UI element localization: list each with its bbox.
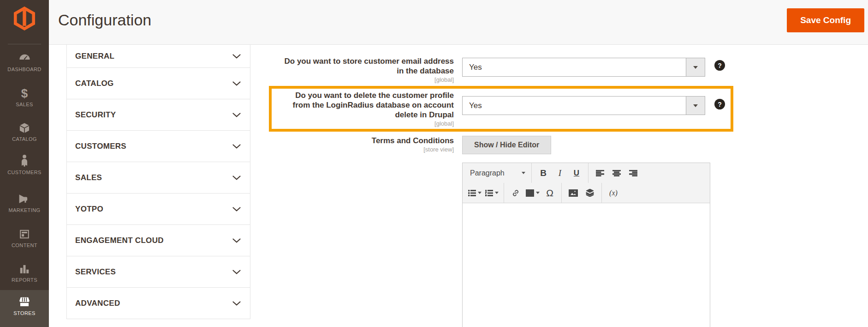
config-section-sales[interactable]: SALES — [67, 162, 250, 194]
dashboard-gauge-icon — [18, 52, 31, 64]
dollar-icon: $ — [21, 87, 28, 99]
bar-chart-icon — [18, 262, 30, 275]
chevron-down-icon — [232, 176, 241, 180]
page-header: Configuration Save Config — [49, 0, 868, 45]
align-center-button[interactable] — [608, 165, 625, 182]
numbered-list-icon — [485, 190, 493, 196]
sidebar-item-label: DASHBOARD — [7, 67, 41, 72]
magento-logo[interactable] — [12, 6, 37, 31]
caret-down-icon — [478, 192, 482, 194]
align-right-button[interactable] — [625, 165, 642, 182]
toolbar-row-1: Paragraph B I U — [463, 163, 710, 183]
caret-down-icon — [693, 104, 698, 107]
select-arrow — [686, 96, 705, 115]
toolbar-row-2: Ω (x) — [463, 183, 710, 203]
insert-widget-button[interactable] — [582, 185, 598, 201]
align-left-button[interactable] — [592, 165, 608, 182]
table-icon — [526, 189, 534, 197]
widget-icon — [586, 189, 594, 197]
sidebar-item-label: CATALOG — [12, 136, 37, 142]
sidebar-item-catalog[interactable]: CATALOG — [0, 119, 49, 145]
sidebar-item-stores[interactable]: STORES — [0, 290, 49, 327]
chevron-down-icon — [232, 207, 241, 212]
bullet-list-button[interactable] — [466, 185, 483, 201]
chevron-down-icon — [232, 54, 241, 59]
config-nav: GENERAL CATALOG SECURITY CUSTOMERS SALES… — [66, 45, 250, 319]
show-hide-editor-button[interactable]: Show / Hide Editor — [462, 136, 551, 154]
scope-note: [store view] — [258, 146, 454, 153]
sidebar-item-reports[interactable]: REPORTS — [0, 260, 49, 286]
sidebar-item-sales[interactable]: $ SALES — [0, 84, 49, 111]
page-title: Configuration — [58, 11, 151, 29]
select-delete-profile[interactable]: Yes — [462, 96, 705, 115]
config-section-customers[interactable]: CUSTOMERS — [67, 131, 250, 162]
paragraph-format-select[interactable]: Paragraph — [466, 165, 528, 182]
special-character-button[interactable]: Ω — [541, 185, 558, 201]
caret-down-icon — [495, 192, 499, 194]
select-store-email[interactable]: Yes — [462, 58, 705, 77]
bullet-list-icon — [468, 190, 476, 196]
config-section-engagement-cloud[interactable]: ENGAGEMENT CLOUD — [67, 225, 250, 256]
toolbar-separator — [531, 163, 532, 183]
underline-button[interactable]: U — [568, 165, 585, 182]
config-section-catalog[interactable]: CATALOG — [67, 68, 250, 99]
chevron-down-icon — [232, 301, 241, 306]
sidebar-item-label: CONTENT — [12, 242, 37, 248]
scope-note: [global] — [258, 76, 454, 83]
sidebar-item-label: SALES — [16, 102, 33, 107]
chevron-down-icon — [232, 270, 241, 274]
help-icon[interactable]: ? — [714, 60, 725, 71]
wysiwyg-editor: Paragraph B I U — [462, 163, 710, 327]
sidebar-item-content[interactable]: CONTENT — [0, 225, 49, 252]
sidebar-item-customers[interactable]: CUSTOMERS — [0, 152, 49, 179]
chevron-down-icon — [232, 144, 241, 149]
toolbar-separator — [561, 183, 562, 203]
sidebar-item-label: CUSTOMERS — [7, 170, 42, 175]
box-icon — [18, 121, 30, 134]
italic-button[interactable]: I — [552, 165, 568, 182]
config-section-advanced[interactable]: ADVANCED — [67, 288, 250, 319]
align-right-icon — [629, 170, 637, 176]
megaphone-icon — [18, 193, 31, 205]
config-section-yotpo[interactable]: YOTPO — [67, 194, 250, 225]
chevron-down-icon — [232, 81, 241, 86]
help-icon[interactable]: ? — [714, 99, 725, 109]
chevron-down-icon — [232, 238, 241, 243]
toolbar-separator — [588, 163, 589, 183]
chevron-down-icon — [232, 113, 241, 117]
align-left-icon — [596, 170, 604, 176]
editor-content[interactable] — [463, 203, 710, 327]
insert-variable-button[interactable]: (x) — [605, 185, 622, 201]
toolbar-separator — [601, 183, 602, 203]
numbered-list-button[interactable] — [483, 185, 500, 201]
caret-down-icon — [522, 172, 525, 174]
sidebar-item-marketing[interactable]: MARKETING — [0, 190, 49, 217]
bold-button[interactable]: B — [535, 165, 552, 182]
config-section-services[interactable]: SERVICES — [67, 256, 250, 288]
config-section-general[interactable]: GENERAL — [67, 45, 250, 68]
insert-image-button[interactable] — [565, 185, 582, 201]
person-icon — [18, 155, 30, 167]
link-icon — [511, 189, 520, 197]
layout-icon — [18, 228, 30, 240]
storefront-icon — [18, 296, 31, 308]
field-label-delete-profile: Do you want to delete the customer profi… — [258, 91, 454, 127]
field-label-store-email: Do you want to store customer email addr… — [258, 56, 454, 83]
caret-down-icon — [536, 192, 540, 194]
field-label-terms: Terms and Conditions [store view] — [258, 136, 454, 153]
admin-sidebar: DASHBOARD $ SALES CATALOG CUSTOMERS MARK… — [0, 0, 49, 327]
scope-note: [global] — [258, 120, 454, 127]
sidebar-item-label: STORES — [13, 310, 35, 316]
align-center-icon — [612, 170, 621, 176]
sidebar-divider — [8, 44, 41, 44]
save-config-button[interactable]: Save Config — [787, 8, 864, 32]
magento-logo-icon — [12, 6, 36, 31]
sidebar-item-label: REPORTS — [12, 277, 37, 283]
select-value: Yes — [462, 96, 686, 115]
editor-toolbar: Paragraph B I U — [463, 163, 710, 203]
insert-table-button[interactable] — [524, 185, 541, 201]
sidebar-item-dashboard[interactable]: DASHBOARD — [0, 49, 49, 76]
insert-link-button[interactable] — [507, 185, 524, 201]
select-value: Yes — [462, 58, 686, 77]
config-section-security[interactable]: SECURITY — [67, 99, 250, 131]
